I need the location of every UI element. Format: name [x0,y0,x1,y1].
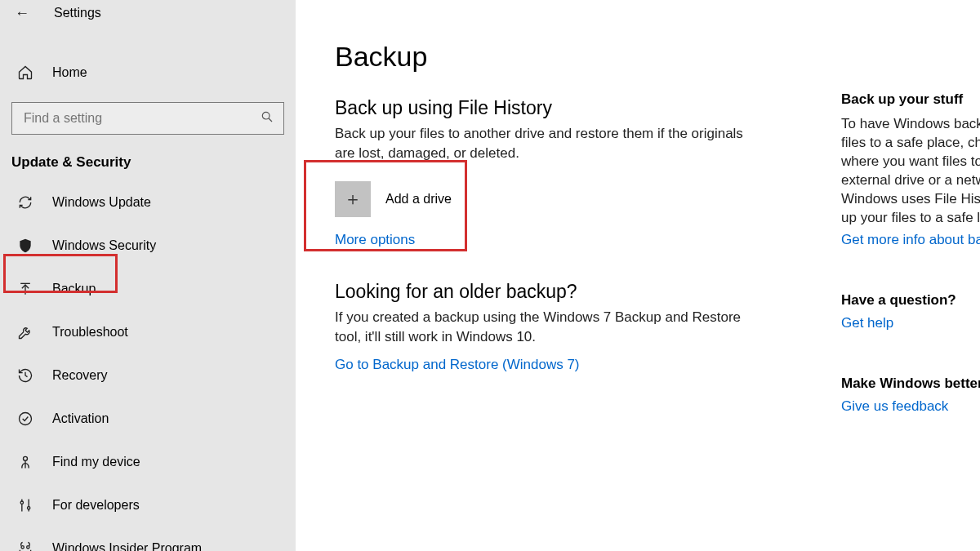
plus-icon: ＋ [335,181,371,217]
make-windows-better-heading: Make Windows better [841,375,980,392]
search-box[interactable] [11,102,284,135]
file-history-description: Back up your files to another drive and … [335,124,743,163]
sliders-icon [16,497,34,513]
history-icon [16,367,34,384]
sidebar-item-activation[interactable]: Activation [0,397,296,440]
sidebar-item-backup[interactable]: Backup [0,267,296,310]
shield-icon [16,238,34,254]
location-icon [16,454,34,470]
sidebar-item-label: Recovery [52,368,108,383]
sidebar-item-label: Windows Update [52,195,151,210]
more-options-link[interactable]: More options [335,232,415,248]
get-help-link[interactable]: Get help [841,315,893,331]
svg-point-5 [24,456,28,460]
home-icon [16,64,34,81]
sidebar-item-windows-update[interactable]: Windows Update [0,180,296,224]
back-up-your-stuff-text: To have Windows back up your files to a … [841,114,980,227]
svg-point-12 [27,545,29,548]
sidebar-item-label: Backup [52,282,96,296]
sidebar-item-label: Activation [52,411,109,426]
add-a-drive-label: Add a drive [385,192,452,207]
insider-icon [16,540,34,552]
search-input[interactable] [22,110,261,127]
sidebar-item-label: Find my device [52,455,140,469]
backup-arrow-icon [16,281,34,297]
have-a-question-heading: Have a question? [841,292,980,309]
more-info-backup-link[interactable]: Get more info about backup [841,232,980,248]
backup-and-restore-link[interactable]: Go to Backup and Restore (Windows 7) [335,357,580,373]
sidebar-item-label: Windows Insider Program [52,541,202,552]
sync-icon [16,194,34,211]
sidebar-item-find-my-device[interactable]: Find my device [0,440,296,483]
svg-point-0 [262,112,270,119]
older-backup-description: If you created a backup using the Window… [335,308,743,347]
app-title: Settings [54,6,101,20]
sidebar-item-windows-security[interactable]: Windows Security [0,224,296,267]
search-icon [261,110,274,127]
sidebar-home-label: Home [52,65,87,80]
help-sidebar: Back up your stuff To have Windows back … [841,91,980,415]
sidebar-item-for-developers[interactable]: For developers [0,483,296,527]
titlebar: ← Settings [0,0,296,26]
sidebar-item-label: For developers [52,498,140,513]
svg-point-10 [28,506,30,509]
sidebar-item-windows-insider[interactable]: Windows Insider Program [0,527,296,551]
settings-sidebar: ← Settings Home Update & Security Window… [0,0,296,551]
svg-point-4 [20,412,32,424]
svg-point-9 [20,501,23,504]
give-feedback-link[interactable]: Give us feedback [841,398,948,415]
wrench-icon [16,324,34,340]
back-up-your-stuff-heading: Back up your stuff [841,91,980,108]
back-icon[interactable]: ← [15,6,29,20]
svg-line-1 [269,118,272,122]
sidebar-item-troubleshoot[interactable]: Troubleshoot [0,310,296,353]
svg-point-11 [21,545,24,548]
sidebar-item-recovery[interactable]: Recovery [0,353,296,397]
page-title: Backup [335,41,980,73]
check-circle-icon [16,411,34,427]
sidebar-home[interactable]: Home [0,51,296,94]
sidebar-item-label: Troubleshoot [52,325,128,340]
sidebar-item-label: Windows Security [52,238,156,253]
sidebar-category-heading: Update & Security [0,135,296,180]
